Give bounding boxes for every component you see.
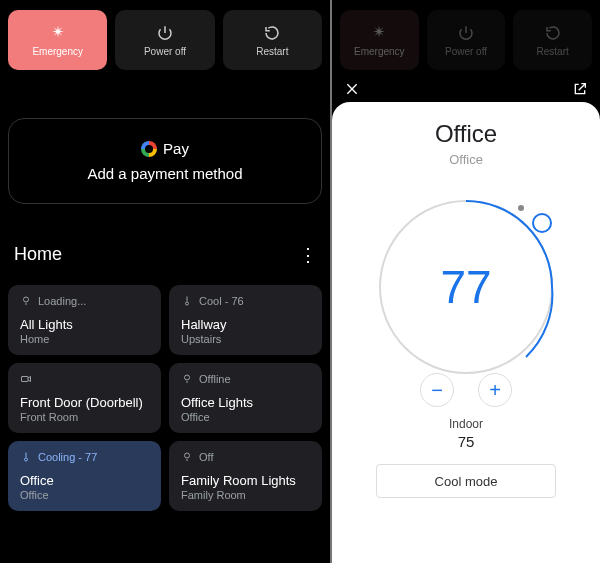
emergency-button-dimmed: Emergency [340, 10, 419, 70]
svg-point-3 [185, 375, 190, 380]
tile-front-door[interactable]: Front Door (Doorbell) Front Room [8, 363, 161, 433]
tile-name: Office [20, 473, 149, 488]
tile-status: Cool - 76 [199, 295, 244, 307]
thermometer-icon [181, 295, 193, 307]
power-icon [457, 24, 475, 42]
close-icon[interactable] [342, 79, 362, 99]
mode-label: Cool mode [435, 474, 498, 489]
emergency-button[interactable]: Emergency [8, 10, 107, 70]
tile-office-thermostat[interactable]: Cooling - 77 Office Office [8, 441, 161, 511]
tile-room: Upstairs [181, 333, 310, 345]
tile-room: Office [20, 489, 149, 501]
tile-room: Home [20, 333, 149, 345]
mode-button[interactable]: Cool mode [376, 464, 556, 498]
restart-icon [544, 24, 562, 42]
tile-name: Hallway [181, 317, 310, 332]
tile-status: Loading... [38, 295, 86, 307]
restart-label: Restart [256, 46, 288, 57]
restart-label: Restart [537, 46, 569, 57]
svg-point-4 [25, 458, 28, 461]
indoor-value: 75 [458, 433, 475, 450]
power-off-button[interactable]: Power off [115, 10, 214, 70]
tile-status: Offline [199, 373, 231, 385]
tile-room: Family Room [181, 489, 310, 501]
thermostat-sheet: Office Office 77 − + Indoor 75 Cool mode [332, 102, 600, 563]
svg-point-5 [185, 453, 190, 458]
google-pay-card[interactable]: Pay Add a payment method [8, 118, 322, 204]
power-icon [156, 24, 174, 42]
thermostat-dial[interactable]: 77 [366, 187, 566, 387]
dial-handle[interactable] [532, 213, 552, 233]
power-off-label: Power off [144, 46, 186, 57]
asterisk-icon [49, 24, 67, 42]
thermostat-subtitle: Office [449, 152, 483, 167]
tile-name: Front Door (Doorbell) [20, 395, 149, 410]
power-row: Emergency Power off Restart [8, 10, 322, 70]
more-icon[interactable]: ⋮ [299, 246, 316, 264]
tile-status: Cooling - 77 [38, 451, 97, 463]
google-pay-caption: Add a payment method [87, 165, 242, 182]
bulb-icon [181, 451, 193, 463]
tile-name: Office Lights [181, 395, 310, 410]
home-header: Home ⋮ [8, 244, 322, 265]
tile-room: Front Room [20, 411, 149, 423]
bulb-icon [20, 295, 32, 307]
tile-name: Family Room Lights [181, 473, 310, 488]
tile-status: Off [199, 451, 213, 463]
emergency-label: Emergency [354, 46, 405, 57]
restart-icon [263, 24, 281, 42]
tile-hallway[interactable]: Cool - 76 Hallway Upstairs [169, 285, 322, 355]
tile-name: All Lights [20, 317, 149, 332]
tile-all-lights[interactable]: Loading... All Lights Home [8, 285, 161, 355]
thermometer-icon [20, 451, 32, 463]
thermostat-title: Office [435, 120, 497, 148]
home-title: Home [14, 244, 62, 265]
svg-point-1 [186, 302, 189, 305]
google-pay-brand: Pay [163, 140, 189, 157]
svg-rect-2 [22, 377, 29, 382]
restart-button-dimmed: Restart [513, 10, 592, 70]
power-off-button-dimmed: Power off [427, 10, 506, 70]
indoor-label: Indoor [449, 417, 483, 431]
google-pay-logo: Pay [141, 140, 189, 157]
power-off-label: Power off [445, 46, 487, 57]
power-row-dimmed: Emergency Power off Restart [332, 0, 600, 70]
sheet-action-bar [332, 76, 600, 102]
open-in-new-icon[interactable] [570, 79, 590, 99]
bulb-icon [181, 373, 193, 385]
tile-room: Office [181, 411, 310, 423]
emergency-label: Emergency [32, 46, 83, 57]
tile-family-room-lights[interactable]: Off Family Room Lights Family Room [169, 441, 322, 511]
device-tile-grid: Loading... All Lights Home Cool - 76 Hal… [8, 285, 322, 511]
svg-point-0 [24, 297, 29, 302]
google-g-icon [141, 141, 157, 157]
camera-icon [20, 373, 32, 385]
dial-current-dot [518, 205, 524, 211]
asterisk-icon [370, 24, 388, 42]
restart-button[interactable]: Restart [223, 10, 322, 70]
tile-office-lights[interactable]: Offline Office Lights Office [169, 363, 322, 433]
